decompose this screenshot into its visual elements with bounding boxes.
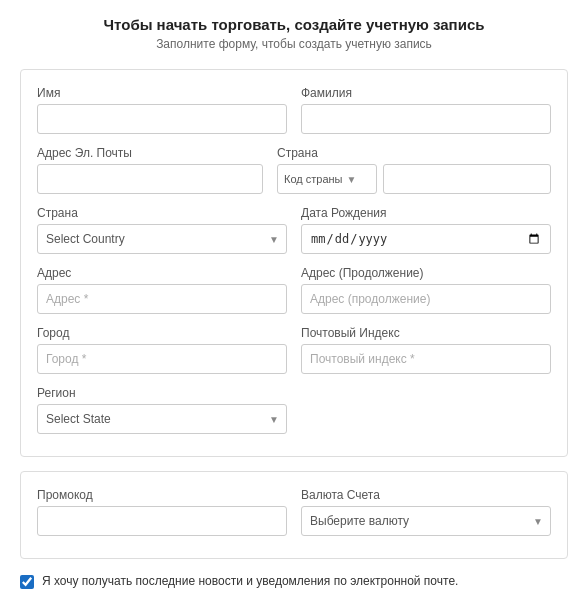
main-form-section: Имя Фамилия Адрес Эл. Почты Страна Код с… — [20, 69, 568, 457]
last-name-input[interactable] — [301, 104, 551, 134]
country-label: Страна — [37, 206, 287, 220]
address-row: Адрес Адрес (Продолжение) — [37, 266, 551, 314]
first-name-group: Имя — [37, 86, 287, 134]
state-select[interactable]: Select State California New York Texas — [37, 404, 287, 434]
news-checkbox-row: Я хочу получать последние новости и увед… — [20, 573, 568, 590]
last-name-label: Фамилия — [301, 86, 551, 100]
country-dob-row: Страна Select Country Russia United Stat… — [37, 206, 551, 254]
news-checkbox[interactable] — [20, 575, 34, 589]
phone-row: Код страны ▼ — [277, 164, 551, 194]
city-postal-row: Город Почтовый Индекс — [37, 326, 551, 374]
phone-label: Страна — [277, 146, 551, 160]
city-group: Город — [37, 326, 287, 374]
page-subtitle: Заполните форму, чтобы создать учетную з… — [20, 37, 568, 51]
dob-label: Дата Рождения — [301, 206, 551, 220]
state-spacer — [301, 386, 551, 434]
currency-select-wrapper: Выберите валюту USD EUR RUB ▼ — [301, 506, 551, 536]
email-label: Адрес Эл. Почты — [37, 146, 263, 160]
address-label: Адрес — [37, 266, 287, 280]
dob-group: Дата Рождения — [301, 206, 551, 254]
email-group: Адрес Эл. Почты — [37, 146, 263, 194]
phone-group: Страна Код страны ▼ — [277, 146, 551, 194]
dob-input[interactable] — [301, 224, 551, 254]
state-select-wrapper: Select State California New York Texas ▼ — [37, 404, 287, 434]
promo-label: Промокод — [37, 488, 287, 502]
email-phone-row: Адрес Эл. Почты Страна Код страны ▼ — [37, 146, 551, 194]
promo-input[interactable] — [37, 506, 287, 536]
phone-number-input[interactable] — [383, 164, 551, 194]
promo-currency-row: Промокод Валюта Счета Выберите валюту US… — [37, 488, 551, 536]
postal-group: Почтовый Индекс — [301, 326, 551, 374]
email-input[interactable] — [37, 164, 263, 194]
address2-group: Адрес (Продолжение) — [301, 266, 551, 314]
postal-input[interactable] — [301, 344, 551, 374]
phone-code-arrow-icon: ▼ — [347, 174, 357, 185]
currency-label: Валюта Счета — [301, 488, 551, 502]
country-select[interactable]: Select Country Russia United States Germ… — [37, 224, 287, 254]
name-row: Имя Фамилия — [37, 86, 551, 134]
address2-input[interactable] — [301, 284, 551, 314]
state-group: Регион Select State California New York … — [37, 386, 287, 434]
country-group: Страна Select Country Russia United Stat… — [37, 206, 287, 254]
state-row: Регион Select State California New York … — [37, 386, 551, 434]
first-name-input[interactable] — [37, 104, 287, 134]
state-label: Регион — [37, 386, 287, 400]
city-label: Город — [37, 326, 287, 340]
country-select-wrapper: Select Country Russia United States Germ… — [37, 224, 287, 254]
postal-label: Почтовый Индекс — [301, 326, 551, 340]
address-group: Адрес — [37, 266, 287, 314]
promo-group: Промокод — [37, 488, 287, 536]
currency-group: Валюта Счета Выберите валюту USD EUR RUB… — [301, 488, 551, 536]
address2-label: Адрес (Продолжение) — [301, 266, 551, 280]
page-title: Чтобы начать торговать, создайте учетную… — [20, 16, 568, 33]
page-wrapper: Чтобы начать торговать, создайте учетную… — [0, 0, 588, 600]
phone-code-label: Код страны — [284, 173, 343, 185]
currency-select[interactable]: Выберите валюту USD EUR RUB — [301, 506, 551, 536]
city-input[interactable] — [37, 344, 287, 374]
first-name-label: Имя — [37, 86, 287, 100]
last-name-group: Фамилия — [301, 86, 551, 134]
address-input[interactable] — [37, 284, 287, 314]
news-checkbox-label: Я хочу получать последние новости и увед… — [42, 573, 458, 590]
promo-section: Промокод Валюта Счета Выберите валюту US… — [20, 471, 568, 559]
phone-code-wrapper[interactable]: Код страны ▼ — [277, 164, 377, 194]
